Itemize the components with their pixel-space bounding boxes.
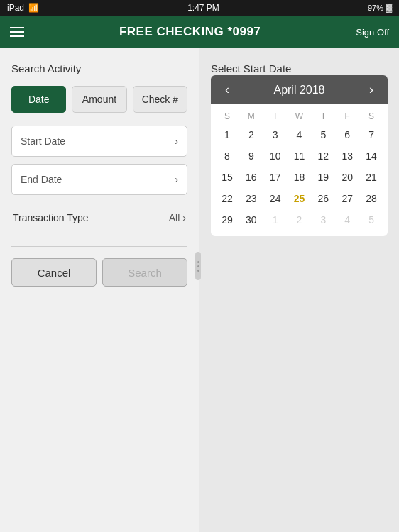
calendar-day-4-6: 5 xyxy=(359,209,383,231)
calendar-day-1-6[interactable]: 14 xyxy=(359,145,383,167)
calendar-header: ‹ April 2018 › xyxy=(211,75,388,104)
calendar-day-1-4[interactable]: 12 xyxy=(311,145,335,167)
calendar-day-0-6[interactable]: 7 xyxy=(359,124,383,145)
calendar-day-4-1[interactable]: 30 xyxy=(239,209,263,231)
calendar-month-year: April 2018 xyxy=(273,84,324,96)
calendar-day-0-1[interactable]: 2 xyxy=(239,124,263,145)
left-panel: Search Activity Date Amount Check # Star… xyxy=(0,48,200,532)
transaction-type-value-group: All › xyxy=(169,212,186,223)
start-date-field[interactable]: Start Date › xyxy=(11,126,187,157)
calendar-grid: S M T W T F S 12345678910111213141516171… xyxy=(211,104,388,236)
calendar-day-2-0[interactable]: 15 xyxy=(215,167,239,188)
page-title: FREE CHECKING *0997 xyxy=(24,25,356,39)
calendar-day-1-1[interactable]: 9 xyxy=(239,145,263,167)
calendar-week-1: 1234567 xyxy=(215,124,383,145)
search-button[interactable]: Search xyxy=(102,258,187,287)
filter-buttons: Date Amount Check # xyxy=(11,86,187,113)
calendar-day-0-0[interactable]: 1 xyxy=(215,124,239,145)
battery-percent: 97% xyxy=(368,4,383,12)
calendar-day-3-2[interactable]: 24 xyxy=(263,188,288,209)
calendar-day-3-1[interactable]: 23 xyxy=(239,188,263,209)
calendar-day-4-3: 2 xyxy=(288,209,312,231)
calendar-day-0-4[interactable]: 5 xyxy=(311,124,335,145)
day-header-s1: S xyxy=(215,107,239,124)
day-header-t1: T xyxy=(263,107,288,124)
start-date-chevron-icon: › xyxy=(175,135,178,147)
sign-off-button[interactable]: Sign Off xyxy=(356,27,389,38)
calendar-title: Select Start Date xyxy=(211,62,291,74)
calendar-day-4-4: 3 xyxy=(311,209,335,231)
calendar-day-headers: S M T W T F S xyxy=(215,107,383,124)
day-header-m: M xyxy=(239,107,263,124)
calendar-prev-button[interactable]: ‹ xyxy=(221,82,234,97)
check-filter-button[interactable]: Check # xyxy=(133,86,187,113)
day-header-w: W xyxy=(288,107,312,124)
menu-button[interactable] xyxy=(10,27,24,37)
day-header-f: F xyxy=(335,107,359,124)
handle-dot-2 xyxy=(197,265,200,267)
menu-icon-line2 xyxy=(10,31,24,33)
end-date-chevron-icon: › xyxy=(175,174,178,185)
calendar-day-3-5[interactable]: 27 xyxy=(335,188,359,209)
sidebar-handle[interactable] xyxy=(195,252,201,280)
cancel-button[interactable]: Cancel xyxy=(11,258,97,287)
handle-dot-3 xyxy=(197,270,200,272)
divider xyxy=(11,246,187,247)
wifi-icon: 📶 xyxy=(28,3,39,13)
amount-filter-button[interactable]: Amount xyxy=(72,86,126,113)
calendar-day-1-2[interactable]: 10 xyxy=(263,145,288,167)
end-date-label: End Date xyxy=(21,174,62,185)
calendar-day-2-5[interactable]: 20 xyxy=(335,167,359,188)
calendar: ‹ April 2018 › S M T W T F S 12345678910… xyxy=(211,75,388,236)
calendar-week-5: 293012345 xyxy=(215,209,383,231)
transaction-type-chevron-icon: › xyxy=(182,212,186,223)
transaction-type-label: Transaction Type xyxy=(13,212,89,223)
calendar-day-2-4[interactable]: 19 xyxy=(311,167,335,188)
calendar-week-3: 15161718192021 xyxy=(215,167,383,188)
transaction-type-value: All xyxy=(169,212,180,223)
calendar-day-1-5[interactable]: 13 xyxy=(335,145,359,167)
day-header-t2: T xyxy=(311,107,335,124)
calendar-day-0-5[interactable]: 6 xyxy=(335,124,359,145)
battery-icon: ▓ xyxy=(386,4,392,12)
transaction-type-field[interactable]: Transaction Type All › xyxy=(11,202,187,233)
status-bar: iPad 📶 1:47 PM 97% ▓ xyxy=(0,0,399,16)
calendar-day-4-0[interactable]: 29 xyxy=(215,209,239,231)
end-date-field[interactable]: End Date › xyxy=(11,164,187,195)
calendar-day-3-4[interactable]: 26 xyxy=(311,188,335,209)
search-activity-title: Search Activity xyxy=(11,62,187,74)
device-label: iPad xyxy=(7,3,24,13)
day-header-s2: S xyxy=(359,107,383,124)
handle-dot-1 xyxy=(197,261,200,263)
date-filter-button[interactable]: Date xyxy=(11,86,66,113)
calendar-week-4: 22232425262728 xyxy=(215,188,383,209)
menu-icon-line1 xyxy=(10,27,24,28)
calendar-day-0-3[interactable]: 4 xyxy=(288,124,312,145)
menu-icon-line3 xyxy=(10,35,24,37)
right-panel: Select Start Date ‹ April 2018 › S M T W… xyxy=(200,48,399,532)
status-time: 1:47 PM xyxy=(187,3,219,13)
calendar-day-3-0[interactable]: 22 xyxy=(215,188,239,209)
action-buttons: Cancel Search xyxy=(11,258,187,287)
calendar-day-4-2: 1 xyxy=(263,209,288,231)
calendar-week-2: 891011121314 xyxy=(215,145,383,167)
app-header: FREE CHECKING *0997 Sign Off xyxy=(0,16,399,48)
calendar-day-4-5: 4 xyxy=(335,209,359,231)
calendar-day-2-3[interactable]: 18 xyxy=(288,167,312,188)
calendar-day-2-1[interactable]: 16 xyxy=(239,167,263,188)
calendar-day-1-0[interactable]: 8 xyxy=(215,145,239,167)
calendar-day-0-2[interactable]: 3 xyxy=(263,124,288,145)
calendar-day-1-3[interactable]: 11 xyxy=(288,145,312,167)
start-date-label: Start Date xyxy=(21,135,65,147)
calendar-day-2-6[interactable]: 21 xyxy=(359,167,383,188)
calendar-next-button[interactable]: › xyxy=(365,82,378,97)
calendar-day-3-3[interactable]: 25 xyxy=(288,188,312,209)
status-bar-right: 97% ▓ xyxy=(368,4,392,12)
status-bar-left: iPad 📶 xyxy=(7,3,39,13)
main-content: Search Activity Date Amount Check # Star… xyxy=(0,48,399,532)
calendar-day-2-2[interactable]: 17 xyxy=(263,167,288,188)
calendar-day-3-6[interactable]: 28 xyxy=(359,188,383,209)
